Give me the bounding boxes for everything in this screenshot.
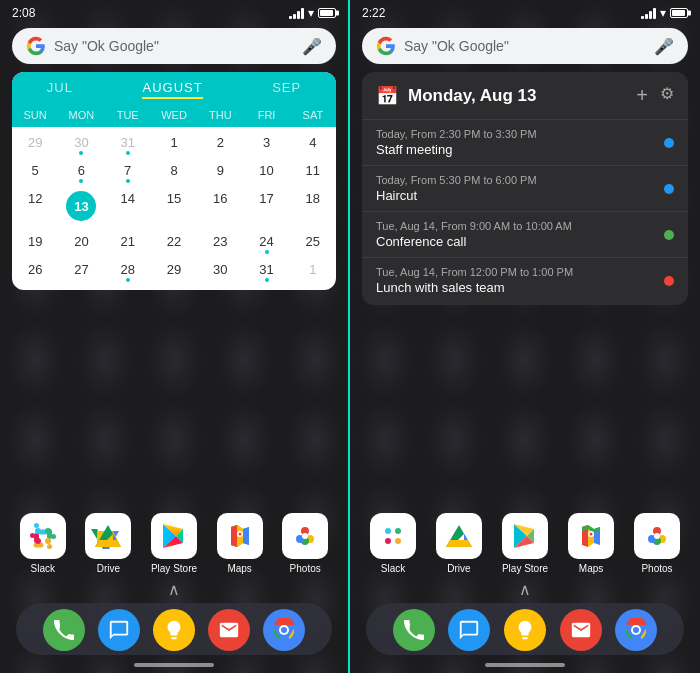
phone-icon-left[interactable] [43,609,85,651]
cal-day[interactable]: 12 [12,187,58,230]
status-icons-right: ▾ [641,6,688,20]
add-event-icon[interactable]: + [636,84,648,107]
cal-day[interactable]: 21 [105,230,151,258]
gmail-icon-right[interactable] [560,609,602,651]
slack-label-right: Slack [381,563,405,574]
wifi-icon: ▾ [308,6,314,20]
cal-day[interactable]: 15 [151,187,197,230]
messages-icon-right[interactable] [448,609,490,651]
app-maps-right[interactable]: Maps [568,513,614,574]
agenda-header: 📅 Monday, Aug 13 + ⚙ [362,72,688,119]
event-4[interactable]: Tue, Aug 14, From 12:00 PM to 1:00 PM Lu… [362,257,688,305]
cal-day[interactable]: 29 [12,131,58,159]
cal-day[interactable]: 17 [243,187,289,230]
app-drive-right[interactable]: Drive [436,513,482,574]
event-4-name: Lunch with sales team [376,280,573,295]
drive-icon-left [85,513,131,559]
signal-icon [289,7,304,19]
cal-day[interactable]: 24 [243,230,289,258]
mic-icon-right[interactable]: 🎤 [654,37,674,56]
cal-day[interactable]: 31 [243,258,289,286]
app-playstore-right[interactable]: Play Store [502,513,548,574]
dock-arrow-left[interactable]: ∧ [0,578,348,601]
col-mon: MON [58,109,104,121]
col-sat: SAT [290,109,336,121]
cal-day[interactable]: 1 [290,258,336,286]
drive-icon-right [436,513,482,559]
photos-label-right: Photos [641,563,672,574]
settings-icon[interactable]: ⚙ [660,84,674,107]
chrome-icon-right[interactable] [615,609,657,651]
messages-icon-left[interactable] [98,609,140,651]
agenda-widget: 📅 Monday, Aug 13 + ⚙ Today, From 2:30 PM… [362,72,688,305]
cal-day-today[interactable]: 13 [58,187,104,230]
cal-day[interactable]: 25 [290,230,336,258]
cal-day[interactable]: 14 [105,187,151,230]
cal-day[interactable]: 22 [151,230,197,258]
col-sun: SUN [12,109,58,121]
mic-icon-left[interactable]: 🎤 [302,37,322,56]
cal-day[interactable]: 20 [58,230,104,258]
left-screen: 2:08 ▾ Say "Ok Google" 🎤 JUL [0,0,350,673]
cal-day[interactable]: 11 [290,159,336,187]
bulb-icon-right[interactable] [504,609,546,651]
app-maps-left[interactable]: Maps [217,513,263,574]
month-aug[interactable]: AUGUST [142,80,202,99]
cal-day[interactable]: 16 [197,187,243,230]
right-screen: 2:22 ▾ Say "Ok Google" 🎤 📅 [350,0,700,673]
cal-day[interactable]: 26 [12,258,58,286]
cal-day[interactable]: 18 [290,187,336,230]
event-2-dot [664,184,674,194]
cal-day[interactable]: 29 [151,258,197,286]
app-slack-left[interactable]: Slack [20,513,66,574]
cal-day[interactable]: 23 [197,230,243,258]
app-photos-left[interactable]: Photos [282,513,328,574]
gmail-icon-left[interactable] [208,609,250,651]
svg-point-8 [35,538,41,544]
month-sep[interactable]: SEP [272,80,301,99]
svg-rect-1 [30,533,35,538]
battery-icon [318,8,336,18]
cal-day[interactable]: 5 [12,159,58,187]
event-3[interactable]: Tue, Aug 14, From 9:00 AM to 10:00 AM Co… [362,211,688,257]
cal-day[interactable]: 2 [197,131,243,159]
app-playstore-left[interactable]: Play Store [151,513,197,574]
signal-icon-right [641,7,656,19]
cal-day[interactable]: 6 [58,159,104,187]
play-store-icon-left [151,513,197,559]
slack-icon-left [20,513,66,559]
app-slack-right[interactable]: Slack [370,513,416,574]
app-photos-right[interactable]: Photos [634,513,680,574]
cal-day[interactable]: 28 [105,258,151,286]
cal-day[interactable]: 7 [105,159,151,187]
search-bar-left[interactable]: Say "Ok Google" 🎤 [12,28,336,64]
drive-label-left: Drive [97,563,120,574]
svg-point-11 [45,538,51,544]
search-placeholder-right: Say "Ok Google" [404,38,646,54]
cal-day[interactable]: 3 [243,131,289,159]
cal-day[interactable]: 27 [58,258,104,286]
cal-day[interactable]: 4 [290,131,336,159]
cal-day[interactable]: 30 [58,131,104,159]
month-jul[interactable]: JUL [47,80,73,99]
bulb-icon-left[interactable] [153,609,195,651]
search-bar-right[interactable]: Say "Ok Google" 🎤 [362,28,688,64]
col-fri: FRI [243,109,289,121]
chrome-icon-left[interactable] [263,609,305,651]
app-drive-left[interactable]: Drive [85,513,131,574]
event-1[interactable]: Today, From 2:30 PM to 3:30 PM Staff mee… [362,119,688,165]
phone-icon-right[interactable] [393,609,435,651]
cal-day[interactable]: 8 [151,159,197,187]
cal-day[interactable]: 30 [197,258,243,286]
app-dock-right: Slack Drive [350,505,700,578]
cal-day[interactable]: 19 [12,230,58,258]
cal-day[interactable]: 9 [197,159,243,187]
cal-day[interactable]: 31 [105,131,151,159]
cal-day[interactable]: 10 [243,159,289,187]
event-2[interactable]: Today, From 5:30 PM to 6:00 PM Haircut [362,165,688,211]
cal-day[interactable]: 1 [151,131,197,159]
dock-arrow-right[interactable]: ∧ [350,578,700,601]
svg-point-41 [633,627,639,633]
cal-header: SUN MON TUE WED THU FRI SAT [12,107,336,127]
playstore-label-left: Play Store [151,563,197,574]
